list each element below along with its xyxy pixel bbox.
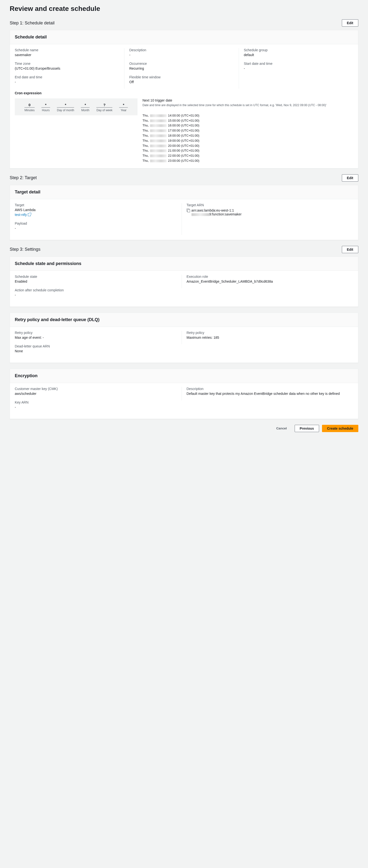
flex-value: Off — [129, 80, 234, 84]
previous-button[interactable]: Previous — [295, 425, 319, 432]
occurrence-value: Recurring — [129, 66, 234, 70]
cron-dom-label: Day of month — [57, 108, 74, 112]
cmk-label: Customer master key (CMK) — [15, 387, 177, 391]
schedule-group-label: Schedule group — [244, 48, 348, 52]
key-arn-value: - — [15, 405, 353, 409]
schedule-state-label: Schedule state — [15, 275, 177, 279]
execution-role-label: Execution role — [187, 275, 349, 279]
retry-p1-label: Retry policy — [15, 331, 177, 335]
cron-hours-label: Hours — [41, 108, 50, 112]
start-value: - — [244, 66, 348, 70]
retry-p2-value: Maximum retries: 185 — [187, 336, 349, 339]
schedule-name-label: Schedule name — [15, 48, 119, 52]
description-label: Description — [129, 48, 234, 52]
step2-title: Step 2: Target — [10, 175, 37, 180]
target-function-link[interactable]: test-ntfy — [15, 213, 31, 217]
edit-step3-button[interactable]: Edit — [342, 246, 358, 253]
retry-p1-value: Max age of event: - — [15, 336, 177, 339]
step1-title: Step 1: Schedule detail — [10, 21, 54, 26]
action-after-label: Action after schedule completion — [15, 288, 353, 292]
trigger-item: Thu, 15:00:00 (UTC+01:00) — [142, 118, 353, 123]
cron-dow-label: Day of week — [96, 108, 112, 112]
trigger-list: Thu, 14:00:00 (UTC+01:00)Thu, 15:00:00 (… — [142, 113, 353, 163]
edit-step2-button[interactable]: Edit — [342, 174, 358, 182]
retry-panel: Retry policy and dead-letter queue (DLQ)… — [10, 313, 358, 363]
cron-year-label: Year — [119, 108, 128, 112]
cmk-value: aws/scheduler — [15, 392, 177, 396]
copy-icon[interactable] — [187, 209, 190, 212]
cron-month-label: Month — [81, 108, 90, 112]
enc-desc-value: Default master key that protects my Amaz… — [187, 392, 349, 396]
target-value: AWS Lambda — [15, 208, 177, 212]
trigger-item: Thu, 21:00:00 (UTC+01:00) — [142, 148, 353, 153]
trigger-item: Thu, 14:00:00 (UTC+01:00) — [142, 113, 353, 118]
end-value: - — [15, 80, 119, 84]
occurrence-label: Occurrence — [129, 62, 234, 65]
trigger-item: Thu, 18:00:00 (UTC+01:00) — [142, 133, 353, 138]
trigger-title: Next 10 trigger date — [142, 98, 353, 102]
target-detail-title: Target detail — [15, 190, 353, 195]
cron-year-value: * — [119, 103, 128, 107]
trigger-item: Thu, 23:00:00 (UTC+01:00) — [142, 158, 353, 163]
step3-title: Step 3: Settings — [10, 247, 40, 252]
encryption-panel: Encryption Customer master key (CMK) aws… — [10, 369, 358, 419]
target-label: Target — [15, 203, 177, 207]
step2-header: Step 2: Target Edit — [10, 174, 358, 182]
trigger-item: Thu, 16:00:00 (UTC+01:00) — [142, 123, 353, 128]
schedule-name-value: savemaker — [15, 53, 119, 57]
description-value: - — [129, 53, 234, 57]
action-after-value: - — [15, 293, 353, 297]
schedule-group-value: default — [244, 53, 348, 57]
dlq-value: None — [15, 349, 353, 353]
trigger-item: Thu, 19:00:00 (UTC+01:00) — [142, 138, 353, 144]
target-arn-value: arn:aws:lambda:eu-west-1:1 9:function:sa… — [187, 209, 349, 216]
payload-label: Payload — [15, 221, 177, 225]
retry-p2-label: Retry policy — [187, 331, 349, 335]
trigger-item: Thu, 20:00:00 (UTC+01:00) — [142, 144, 353, 149]
cron-hours-value: * — [41, 103, 50, 107]
payload-value: - — [15, 226, 177, 230]
execution-role-value: Amazon_EventBridge_Scheduler_LAMBDA_b7d9… — [187, 279, 349, 283]
create-schedule-button[interactable]: Create schedule — [322, 425, 358, 432]
target-detail-panel: Target detail Target AWS Lambda test-ntf… — [10, 185, 358, 240]
external-link-icon — [28, 213, 31, 216]
trigger-hint: Date and time are displayed in the selec… — [142, 103, 353, 107]
cron-dow-value: ? — [96, 103, 112, 107]
schedule-detail-title: Schedule detail — [15, 35, 353, 40]
schedule-detail-panel: Schedule detail Schedule name savemaker … — [10, 30, 358, 168]
step1-header: Step 1: Schedule detail Edit — [10, 19, 358, 27]
cron-dom-value: * — [57, 103, 74, 107]
trigger-item: Thu, 22:00:00 (UTC+01:00) — [142, 153, 353, 158]
enc-desc-label: Description — [187, 387, 349, 391]
timezone-value: (UTC+01:00) Europe/Brussels — [15, 66, 119, 70]
cron-month-value: * — [81, 103, 90, 107]
schedule-state-value: Enabled — [15, 279, 177, 283]
key-arn-label: Key ARN — [15, 400, 353, 404]
cancel-button[interactable]: Cancel — [272, 425, 292, 432]
state-title: Schedule state and permissions — [15, 261, 353, 266]
footer-actions: Cancel Previous Create schedule — [10, 425, 358, 432]
cron-label: Cron expression — [15, 91, 353, 95]
page-title: Review and create schedule — [10, 5, 358, 12]
cron-minutes-label: Minutes — [24, 108, 35, 112]
edit-step1-button[interactable]: Edit — [342, 19, 358, 27]
retry-title: Retry policy and dead-letter queue (DLQ) — [15, 317, 353, 322]
end-label: End date and time — [15, 75, 119, 79]
target-arn-label: Target ARN — [187, 203, 349, 207]
trigger-item: Thu, 17:00:00 (UTC+01:00) — [142, 128, 353, 133]
cron-expression-box: 0Minutes *Hours *Day of month *Month ?Da… — [15, 98, 138, 115]
flex-label: Flexible time window — [129, 75, 234, 79]
start-label: Start date and time — [244, 62, 348, 65]
cron-minutes-value: 0 — [24, 103, 35, 107]
step3-header: Step 3: Settings Edit — [10, 246, 358, 253]
state-panel: Schedule state and permissions Schedule … — [10, 256, 358, 307]
timezone-label: Time zone — [15, 62, 119, 65]
encryption-title: Encryption — [15, 373, 353, 378]
dlq-label: Dead-letter queue ARN — [15, 344, 353, 348]
